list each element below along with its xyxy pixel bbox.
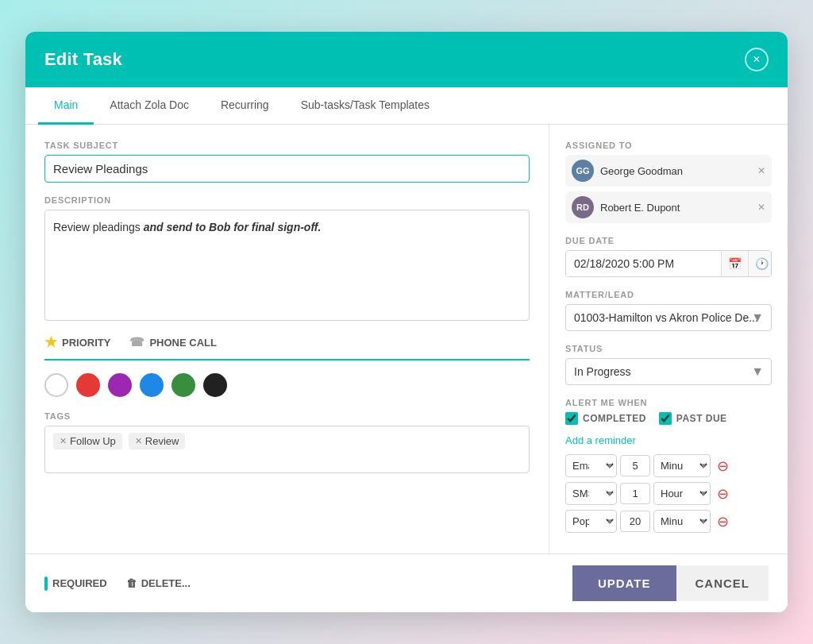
- required-label-text: REQUIRED: [52, 577, 107, 589]
- reminder-num-input-2[interactable]: [620, 511, 650, 532]
- assigned-section: ASSIGNED TO GG George Goodman ✕ RD Rober…: [565, 141, 772, 223]
- assignee-name-rd: Robert E. Dupont: [600, 202, 751, 214]
- calendar-icon[interactable]: 📅: [721, 251, 748, 276]
- completed-checkbox[interactable]: [565, 412, 578, 425]
- footer-right: UPDATE CANCEL: [572, 565, 769, 601]
- tab-attach[interactable]: Attach Zola Doc: [94, 87, 205, 125]
- tab-subtasks[interactable]: Sub-tasks/Task Templates: [285, 87, 445, 125]
- color-picker-row: [44, 373, 530, 397]
- due-date-input[interactable]: [566, 251, 721, 276]
- reminder-remove-1[interactable]: ⊖: [714, 485, 729, 503]
- tags-section: TAGS ✕ Follow Up ✕ Review: [44, 411, 530, 473]
- reminder-num-input-1[interactable]: [620, 483, 650, 504]
- past-due-label: PAST DUE: [676, 413, 727, 424]
- description-content: Review pleadings and send to Bob for fin…: [53, 221, 321, 233]
- priority-label: PRIORITY: [62, 337, 110, 349]
- reminder-unit-select-1[interactable]: MinuteHourDay: [653, 482, 711, 505]
- status-select-wrapper: In Progress Completed Not Started ▼: [565, 358, 772, 385]
- footer-left: REQUIRED 🗑 DELETE...: [44, 577, 191, 591]
- description-textarea[interactable]: Review pleadings and send to Bob for fin…: [44, 210, 530, 321]
- status-label: STATUS: [565, 344, 772, 353]
- phone-icon: ☎: [129, 335, 144, 349]
- tag-follow-up-remove[interactable]: ✕: [60, 436, 67, 446]
- tab-recurring[interactable]: Recurring: [205, 87, 285, 125]
- tag-follow-up[interactable]: ✕ Follow Up: [53, 433, 122, 449]
- description-label: DESCRIPTION: [44, 195, 530, 205]
- reminder-row-1: EmailSMSPop up ▼ MinuteHourDay ▼ ⊖: [565, 482, 772, 505]
- assignee-name-gg: George Goodman: [600, 165, 751, 177]
- alert-section: ALERT ME WHEN COMPLETED PAST DUE: [565, 398, 772, 425]
- color-blue[interactable]: [140, 373, 164, 397]
- tag-follow-up-label: Follow Up: [70, 435, 116, 447]
- delete-label-text: DELETE...: [141, 577, 191, 589]
- delete-button[interactable]: 🗑 DELETE...: [126, 577, 191, 589]
- tab-bar: Main Attach Zola Doc Recurring Sub-tasks…: [25, 87, 788, 125]
- reminder-row-2: EmailSMSPop up ▼ MinuteHourDay ▼ ⊖: [565, 510, 772, 533]
- past-due-checkbox-label[interactable]: PAST DUE: [659, 412, 727, 425]
- clock-icon[interactable]: 🕐: [748, 251, 772, 276]
- status-select[interactable]: In Progress Completed Not Started: [565, 358, 772, 385]
- reminder-num-input-0[interactable]: [620, 455, 650, 476]
- past-due-checkbox[interactable]: [659, 412, 672, 425]
- modal-title: Edit Task: [44, 49, 122, 70]
- tags-input-box[interactable]: ✕ Follow Up ✕ Review: [44, 426, 530, 473]
- right-panel: ASSIGNED TO GG George Goodman ✕ RD Rober…: [549, 125, 788, 553]
- tab-main[interactable]: Main: [38, 87, 94, 125]
- color-red[interactable]: [76, 373, 100, 397]
- avatar-gg: GG: [572, 160, 594, 182]
- left-panel: TASK SUBJECT DESCRIPTION Review pleading…: [25, 125, 549, 553]
- assignee-row-rd: RD Robert E. Dupont ✕: [565, 191, 772, 223]
- update-button[interactable]: UPDATE: [572, 565, 676, 601]
- color-white[interactable]: [44, 373, 68, 397]
- color-purple[interactable]: [108, 373, 132, 397]
- reminder-type-select-2[interactable]: EmailSMSPop up: [565, 510, 617, 533]
- checkbox-row: COMPLETED PAST DUE: [565, 412, 772, 425]
- matter-select-wrapper: 01003-Hamilton vs Akron Police De... ▼: [565, 304, 772, 331]
- color-black[interactable]: [203, 373, 227, 397]
- assignee-row-gg: GG George Goodman ✕: [565, 155, 772, 187]
- reminder-type-wrapper-1: EmailSMSPop up ▼: [565, 482, 617, 505]
- color-green[interactable]: [171, 373, 195, 397]
- tag-review-label: Review: [145, 435, 179, 447]
- reminder-unit-wrapper-0: MinuteHourDay ▼: [653, 454, 711, 477]
- completed-label: COMPLETED: [583, 413, 646, 424]
- reminder-unit-wrapper-2: MinuteHourDay ▼: [653, 510, 711, 533]
- reminder-type-select-0[interactable]: EmailSMSPop up: [565, 454, 617, 477]
- required-button[interactable]: REQUIRED: [44, 577, 107, 591]
- close-button[interactable]: ×: [745, 48, 769, 71]
- star-icon: ★: [44, 334, 57, 351]
- reminder-unit-select-0[interactable]: MinuteHourDay: [653, 454, 711, 477]
- matter-select[interactable]: 01003-Hamilton vs Akron Police De...: [565, 304, 772, 331]
- modal-body: TASK SUBJECT DESCRIPTION Review pleading…: [25, 125, 788, 553]
- due-date-label: DUE DATE: [565, 236, 772, 245]
- reminder-remove-2[interactable]: ⊖: [714, 513, 729, 530]
- reminder-unit-wrapper-1: MinuteHourDay ▼: [653, 482, 711, 505]
- reminder-type-select-1[interactable]: EmailSMSPop up: [565, 482, 617, 505]
- remove-gg-button[interactable]: ✕: [757, 165, 765, 176]
- remove-rd-button[interactable]: ✕: [757, 202, 765, 213]
- phone-call-label: PHONE CALL: [149, 337, 217, 349]
- task-subject-input[interactable]: [44, 155, 530, 183]
- tags-label: TAGS: [44, 411, 530, 421]
- tag-review[interactable]: ✕ Review: [129, 433, 186, 449]
- trash-icon: 🗑: [126, 577, 137, 589]
- assigned-to-label: ASSIGNED TO: [565, 141, 772, 150]
- priority-row: ★ PRIORITY ☎ PHONE CALL: [44, 334, 530, 361]
- reminder-remove-0[interactable]: ⊖: [714, 457, 729, 475]
- matter-label: MATTER/LEAD: [565, 290, 772, 299]
- phone-call-item[interactable]: ☎ PHONE CALL: [129, 335, 217, 349]
- modal-header: Edit Task ×: [25, 32, 788, 87]
- add-reminder-link[interactable]: Add a reminder: [565, 434, 636, 446]
- reminder-row-0: EmailSMSPop up ▼ MinuteHourDay ▼ ⊖: [565, 454, 772, 477]
- reminder-unit-select-2[interactable]: MinuteHourDay: [653, 510, 711, 533]
- alert-label: ALERT ME WHEN: [565, 398, 772, 407]
- edit-task-modal: Edit Task × Main Attach Zola Doc Recurri…: [25, 32, 788, 612]
- tag-review-remove[interactable]: ✕: [135, 436, 142, 446]
- priority-item[interactable]: ★ PRIORITY: [44, 334, 110, 351]
- cancel-button[interactable]: CANCEL: [676, 565, 769, 601]
- completed-checkbox-label[interactable]: COMPLETED: [565, 412, 646, 425]
- due-date-row: 📅 🕐: [565, 250, 772, 277]
- avatar-rd: RD: [572, 196, 594, 218]
- reminder-type-wrapper-2: EmailSMSPop up ▼: [565, 510, 617, 533]
- reminder-type-wrapper-0: EmailSMSPop up ▼: [565, 454, 617, 477]
